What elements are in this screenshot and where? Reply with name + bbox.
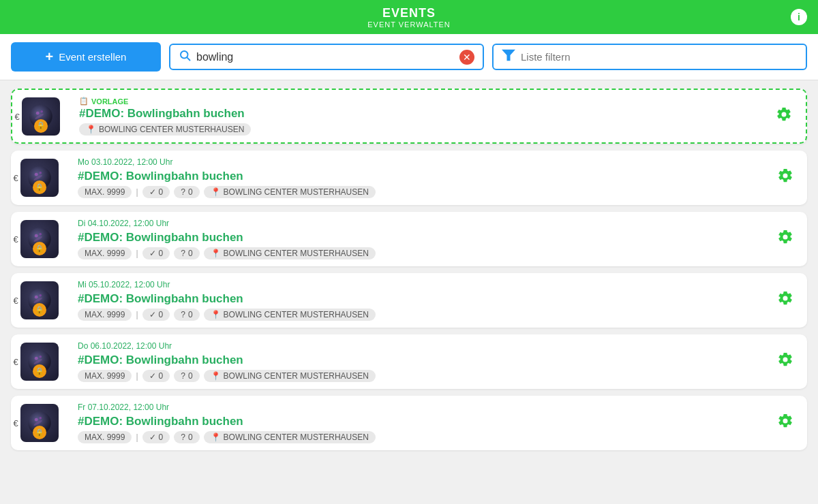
page-subtitle: EVENT VERWALTEN <box>367 20 451 29</box>
pending-tag: ? 0 <box>174 247 199 259</box>
euro-label: € <box>12 111 22 121</box>
svg-point-13 <box>39 233 42 236</box>
svg-point-25 <box>39 417 42 420</box>
event-title: #DEMO: Bowlingbahn buchen <box>78 170 773 183</box>
svg-marker-2 <box>502 50 515 61</box>
event-title: #DEMO: Bowlingbahn buchen <box>78 231 773 245</box>
template-label: VORLAGE <box>91 97 128 106</box>
divider: | <box>136 249 138 258</box>
location-pin-icon: 📍 <box>211 432 221 442</box>
checkin-icon: ✓ <box>149 249 156 258</box>
max-participants-tag: MAX. 9999 <box>78 247 132 259</box>
svg-point-8 <box>35 173 38 176</box>
info-icon[interactable]: i <box>791 9 807 25</box>
svg-point-4 <box>36 111 40 114</box>
pending-tag: ? 0 <box>174 431 199 443</box>
event-info: Di 04.10.2022, 12:00 Uhr #DEMO: Bowlingb… <box>78 219 773 259</box>
event-date: Mi 05.10.2022, 12:00 Uhr <box>78 280 773 289</box>
lock-badge: 🔒 <box>34 119 48 133</box>
max-participants-tag: MAX. 9999 <box>78 186 132 198</box>
svg-point-16 <box>35 296 38 299</box>
checkin-tag: ✓ 0 <box>142 370 170 382</box>
event-card[interactable]: € 🔒 Mi 05.10.2022, 1 <box>11 273 807 328</box>
event-info: Do 06.10.2022, 12:00 Uhr #DEMO: Bowlingb… <box>78 341 773 382</box>
lock-badge: 🔒 <box>33 426 46 439</box>
filter-icon <box>502 49 515 65</box>
pending-tag: ? 0 <box>174 186 199 198</box>
header-title-block: EVENTS EVENT VERWALTEN <box>367 6 451 29</box>
checkin-tag: ✓ 0 <box>142 186 170 198</box>
svg-point-9 <box>39 172 42 174</box>
euro-label: € <box>11 173 20 183</box>
event-card[interactable]: € 🔒 Mo 03.10.2022, 1 <box>11 151 807 205</box>
event-thumbnail: 🔒 <box>20 220 68 258</box>
lock-badge: 🔒 <box>33 364 46 378</box>
event-card[interactable]: € 🔒 📋 <box>11 89 807 144</box>
search-input[interactable] <box>196 51 459 63</box>
checkin-icon: ✓ <box>149 432 156 442</box>
clear-search-icon[interactable]: ✕ <box>459 50 474 65</box>
event-meta: MAX. 9999 | ✓ 0 ? 0 📍 BOWLING CENTER MUS… <box>78 431 773 443</box>
svg-point-20 <box>35 357 38 360</box>
checkin-tag: ✓ 0 <box>142 247 170 259</box>
plus-icon: + <box>46 49 54 65</box>
event-card[interactable]: € 🔒 Fr 07.10.2022, 1 <box>11 396 807 450</box>
event-title: #DEMO: Bowlingbahn buchen <box>78 292 773 306</box>
create-event-button[interactable]: + Event erstellen <box>11 42 161 72</box>
location-tag: 📍 BOWLING CENTER MUSTERHAUSEN <box>204 186 376 198</box>
euro-label: € <box>11 357 20 367</box>
event-date: Mo 03.10.2022, 12:00 Uhr <box>78 157 773 167</box>
svg-point-17 <box>39 294 42 297</box>
location-tag: 📍 BOWLING CENTER MUSTERHAUSEN <box>204 247 376 259</box>
svg-point-5 <box>40 110 43 113</box>
event-date: Do 06.10.2022, 12:00 Uhr <box>78 341 773 351</box>
gear-button[interactable] <box>773 286 798 315</box>
event-info: Mo 03.10.2022, 12:00 Uhr #DEMO: Bowlingb… <box>78 157 773 198</box>
max-participants-tag: MAX. 9999 <box>78 309 132 321</box>
event-card[interactable]: € 🔒 Di 04.10.2022, 1 <box>11 212 807 266</box>
location-pin-icon: 📍 <box>86 125 96 134</box>
lock-badge: 🔒 <box>33 303 46 317</box>
checkin-tag: ✓ 0 <box>142 309 170 321</box>
location-pin-icon: 📍 <box>211 310 221 319</box>
pending-icon: ? <box>181 187 185 197</box>
create-button-label: Event erstellen <box>59 51 126 63</box>
event-thumbnail: 🔒 <box>20 159 68 197</box>
event-meta: MAX. 9999 | ✓ 0 ? 0 📍 BOWLING CENTER MUS… <box>78 186 773 198</box>
location-pin-icon: 📍 <box>211 187 221 197</box>
svg-point-21 <box>39 356 42 358</box>
gear-button[interactable] <box>773 163 798 192</box>
gear-button[interactable] <box>773 225 798 253</box>
divider: | <box>136 187 138 197</box>
event-meta: MAX. 9999 | ✓ 0 ? 0 📍 BOWLING CENTER MUS… <box>78 370 773 382</box>
header: EVENTS EVENT VERWALTEN i <box>0 0 818 34</box>
filter-input[interactable] <box>521 51 798 63</box>
svg-point-12 <box>35 234 38 238</box>
checkin-icon: ✓ <box>149 310 156 319</box>
toolbar: + Event erstellen ✕ <box>0 34 818 80</box>
pending-icon: ? <box>181 371 185 381</box>
lock-badge: 🔒 <box>33 180 46 194</box>
gear-button[interactable] <box>772 102 796 131</box>
event-thumbnail: 🔒 <box>20 343 68 381</box>
event-title: #DEMO: Bowlingbahn buchen <box>78 353 773 367</box>
event-card[interactable]: € 🔒 Do 06.10.2022, 1 <box>11 334 807 389</box>
euro-label: € <box>11 418 20 428</box>
page-title: EVENTS <box>367 6 451 20</box>
svg-point-24 <box>35 418 38 422</box>
event-info: Fr 07.10.2022, 12:00 Uhr #DEMO: Bowlingb… <box>78 403 773 443</box>
event-thumbnail: 🔒 <box>22 97 70 136</box>
event-title: #DEMO: Bowlingbahn buchen <box>79 107 772 121</box>
pending-icon: ? <box>181 249 185 258</box>
divider: | <box>136 432 138 442</box>
pending-tag: ? 0 <box>174 370 199 382</box>
divider: | <box>136 310 138 319</box>
location-pin-icon: 📍 <box>211 249 221 258</box>
template-badge: 📋 VORLAGE <box>79 97 772 106</box>
event-info: Mi 05.10.2022, 12:00 Uhr #DEMO: Bowlingb… <box>78 280 773 321</box>
gear-button[interactable] <box>773 347 798 376</box>
euro-label: € <box>11 296 20 306</box>
gear-button[interactable] <box>773 409 798 437</box>
event-meta: MAX. 9999 | ✓ 0 ? 0 📍 BOWLING CENTER MUS… <box>78 309 773 321</box>
event-title: #DEMO: Bowlingbahn buchen <box>78 415 773 428</box>
